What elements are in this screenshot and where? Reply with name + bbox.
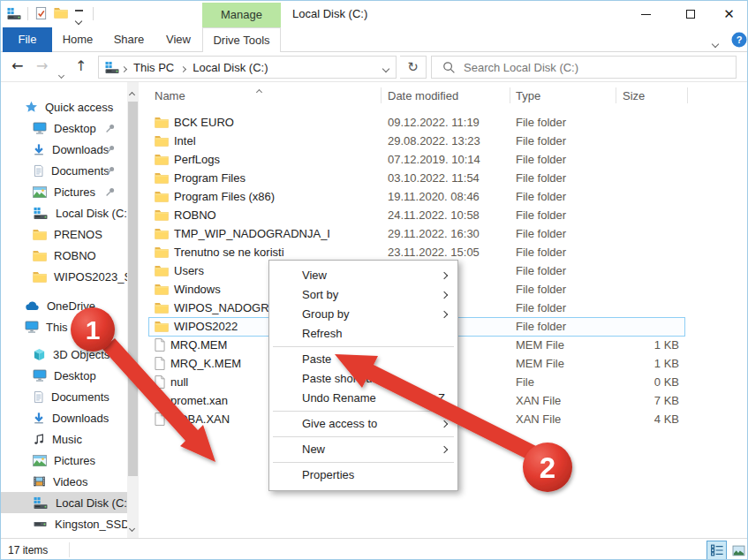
thumbnails-view-icon[interactable]	[729, 541, 748, 560]
sidebar-item-local-disk-c[interactable]: Local Disk (C:)	[1, 492, 127, 513]
context-menu-item-sort-by[interactable]: Sort by	[269, 285, 457, 305]
sidebar-item-robno[interactable]: ROBNO	[1, 245, 127, 266]
sidebar-item-pictures[interactable]: Pictures	[1, 181, 127, 202]
search-input[interactable]	[464, 61, 736, 74]
close-icon[interactable]: ✕	[709, 1, 748, 27]
breadcrumb-this-pc[interactable]: This PC	[128, 61, 179, 74]
scroll-up-icon[interactable]	[130, 87, 134, 100]
tab-drive-tools[interactable]: Drive Tools	[202, 27, 281, 52]
explorer-window: Manage Local Disk (C:) ✕ FileHomeShareVi…	[0, 0, 748, 560]
file-row-intel[interactable]: Intel29.08.2022. 13:23File folder	[142, 132, 748, 150]
sidebar-item-downloads[interactable]: Downloads	[1, 407, 127, 428]
chevron-down-icon[interactable]	[713, 36, 718, 49]
search-icon	[442, 61, 456, 74]
tab-view[interactable]: View	[155, 27, 202, 52]
navigation-pane: Quick accessDesktopDownloadsDocumentsPic…	[1, 82, 127, 538]
monitor-icon	[33, 122, 47, 134]
tab-share[interactable]: Share	[103, 27, 155, 52]
properties-check-icon[interactable]	[34, 6, 48, 23]
refresh-icon[interactable]: ↻	[400, 56, 427, 79]
details-view-icon[interactable]	[706, 541, 727, 560]
file-type: MEM File	[516, 354, 613, 373]
file-row-robno[interactable]: ROBNO24.11.2022. 10:58File folder	[142, 206, 748, 224]
manage-contextual-tab[interactable]: Manage	[202, 3, 281, 27]
customize-toolbar-icon[interactable]	[75, 10, 83, 26]
column-divider[interactable]	[510, 87, 510, 103]
column-header-size[interactable]: Size	[623, 89, 676, 102]
up-icon[interactable]: ↑	[75, 56, 87, 77]
forward-icon[interactable]: →	[36, 56, 48, 77]
file-name: Program Files (x86)	[155, 187, 381, 206]
file-row-tmp-wip-nadogradnja-i[interactable]: TMP_WIP_NADOGRADNJA_I29.11.2022. 16:30Fi…	[142, 224, 748, 243]
scrollbar-thumb[interactable]	[128, 102, 138, 476]
picture-icon	[33, 455, 47, 466]
file-icon	[155, 375, 165, 389]
column-header-name[interactable]: Name	[155, 89, 375, 102]
menu-item-label: Group by	[302, 307, 349, 321]
maximize-icon[interactable]	[670, 1, 710, 27]
context-menu-item-refresh[interactable]: Refresh	[269, 324, 457, 344]
chevron-down-icon[interactable]	[383, 61, 389, 74]
sidebar-item-desktop[interactable]: Desktop	[1, 117, 127, 139]
toolbar-separator	[27, 7, 28, 20]
address-band: ← → ↑ This PCLocal Disk (C:) ↻	[1, 52, 748, 82]
new-folder-icon[interactable]	[54, 7, 68, 21]
sidebar-item-onedrive[interactable]: OneDrive	[1, 295, 127, 316]
file-name: Trenutno se ne koristi	[155, 243, 381, 261]
context-menu-item-properties[interactable]: Properties	[269, 465, 457, 485]
file-name-label: Windows	[174, 280, 221, 299]
sidebar-item-desktop[interactable]: Desktop	[1, 365, 127, 386]
sidebar-item-local-disk-c[interactable]: Local Disk (C:)	[1, 202, 127, 223]
column-divider[interactable]	[687, 87, 688, 103]
context-menu-item-paste-shortcut[interactable]: Paste shortcut	[269, 369, 457, 389]
file-name: Intel	[155, 132, 381, 150]
sidebar-item-videos[interactable]: Videos	[1, 471, 127, 492]
context-menu-item-paste[interactable]: Paste	[269, 350, 457, 369]
sidebar-item-quick-access[interactable]: Quick access	[1, 96, 127, 117]
column-header-date-modified[interactable]: Date modified	[388, 89, 511, 102]
submenu-chevron-icon	[441, 446, 448, 453]
sidebar-item-documents[interactable]: Documents	[1, 386, 127, 407]
sidebar-item-label: 3D Objects	[53, 348, 110, 361]
column-divider[interactable]	[381, 87, 382, 103]
drive-icon[interactable]	[6, 7, 22, 23]
context-menu-item-group-by[interactable]: Group by	[269, 305, 457, 324]
file-row-program-files-x86[interactable]: Program Files (x86)19.11.2020. 08:46File…	[142, 187, 748, 206]
sidebar-scrollbar[interactable]	[127, 82, 139, 538]
sidebar-item-kingston-ssd-e[interactable]: Kingston_SSD (E	[1, 513, 127, 534]
sidebar-item-documents[interactable]: Documents	[1, 160, 127, 181]
tab-file[interactable]: File	[3, 27, 52, 52]
sidebar-item-downloads[interactable]: Downloads	[1, 139, 127, 160]
address-bar[interactable]: This PCLocal Disk (C:)	[98, 56, 397, 79]
scroll-down-icon[interactable]	[130, 520, 134, 534]
context-menu-item-give-access-to[interactable]: Give access to	[269, 414, 457, 434]
minimize-icon[interactable]	[626, 1, 666, 27]
sidebar-item-music[interactable]: Music	[1, 428, 127, 450]
sidebar-item-label: Documents	[51, 390, 110, 404]
column-header-type[interactable]: Type	[516, 89, 608, 102]
pin-icon	[105, 144, 116, 155]
sidebar-item-this-pc[interactable]: This PC	[1, 316, 127, 337]
tab-home[interactable]: Home	[52, 27, 103, 52]
file-row-program-files[interactable]: Program Files03.10.2022. 11:54File folde…	[142, 169, 748, 187]
context-menu-item-undo-rename[interactable]: Undo RenameCtrl+Z	[269, 389, 457, 408]
help-icon[interactable]: ?	[731, 32, 747, 48]
file-date: 03.10.2022. 11:54	[388, 169, 520, 187]
sidebar-item-pictures[interactable]: Pictures	[1, 450, 127, 471]
menu-item-label: Give access to	[302, 417, 377, 430]
file-row-bck-euro[interactable]: BCK EURO09.12.2022. 11:19File folder	[142, 113, 748, 132]
file-name-label: Trenutno se ne koristi	[174, 243, 284, 261]
recent-locations-icon[interactable]	[59, 63, 64, 84]
back-icon[interactable]: ←	[11, 56, 23, 77]
folder-icon	[33, 250, 47, 261]
sidebar-item-3d-objects[interactable]: 3D Objects	[1, 344, 127, 365]
column-divider[interactable]	[616, 87, 616, 103]
file-row-perflogs[interactable]: PerfLogs07.12.2019. 10:14File folder	[142, 150, 748, 169]
context-menu-item-view[interactable]: View	[269, 266, 457, 285]
context-menu-item-new[interactable]: New	[269, 440, 457, 459]
sidebar-item-wipos2023-sam[interactable]: WIPOS2023_SAM	[1, 266, 127, 287]
sidebar-section-quick-access: Quick accessDesktopDownloadsDocumentsPic…	[1, 96, 127, 287]
breadcrumb-local-disk-c[interactable]: Local Disk (C:)	[187, 61, 273, 74]
sidebar-item-prenos[interactable]: PRENOS	[1, 223, 127, 245]
file-row-trenutno-se-ne-koristi[interactable]: Trenutno se ne koristi23.11.2022. 15:05F…	[142, 243, 748, 261]
